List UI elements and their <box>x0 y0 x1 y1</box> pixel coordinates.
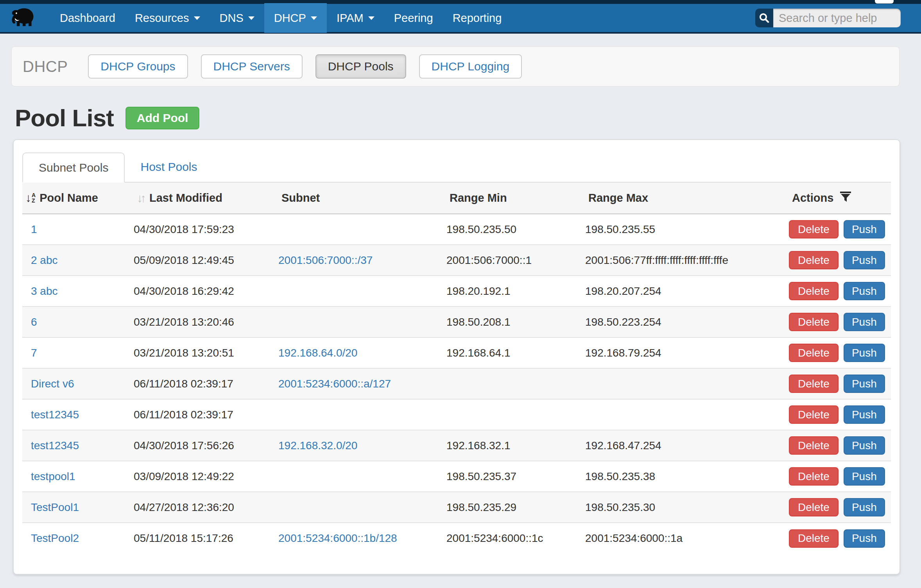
tab-subnet-pools[interactable]: Subnet Pools <box>22 152 125 183</box>
push-button[interactable]: Push <box>844 529 885 548</box>
nav-item-resources[interactable]: Resources <box>125 3 210 33</box>
cell-last-modified: 03/21/2018 13:20:51 <box>134 337 278 368</box>
range-max-value: 2001:5234:6000::1a <box>585 532 683 544</box>
header-pool-name[interactable]: ↓AZ Pool Name <box>22 183 134 214</box>
sort-icon[interactable]: ↓↑ <box>137 192 144 205</box>
subnet-link[interactable]: 2001:5234:6000::a/127 <box>278 378 391 390</box>
delete-button[interactable]: Delete <box>789 375 839 393</box>
push-button[interactable]: Push <box>844 313 885 331</box>
subnav-title: DHCP <box>23 58 68 75</box>
delete-button[interactable]: Delete <box>789 344 839 362</box>
global-search <box>755 9 901 27</box>
cell-pool-name: TestPool1 <box>22 492 134 523</box>
range-min-value: 2001:5234:6000::1c <box>446 532 543 544</box>
subnet-link[interactable]: 2001:5234:6000::1b/128 <box>278 532 397 544</box>
pool-name-link[interactable]: 6 <box>31 316 37 328</box>
cell-last-modified: 06/11/2018 02:39:17 <box>134 368 278 399</box>
delete-button[interactable]: Delete <box>789 529 839 548</box>
pool-name-link[interactable]: 1 <box>31 223 37 235</box>
last-modified-value: 05/09/2018 12:49:45 <box>134 254 234 266</box>
push-button[interactable]: Push <box>844 405 885 424</box>
subnav-button-dhcp-groups[interactable]: DHCP Groups <box>88 54 188 79</box>
range-min-value: 198.50.235.50 <box>446 223 516 235</box>
push-button[interactable]: Push <box>844 220 885 238</box>
delete-button[interactable]: Delete <box>789 498 839 516</box>
search-input[interactable] <box>773 9 901 27</box>
delete-button[interactable]: Delete <box>789 220 839 238</box>
cell-actions: DeletePush <box>789 276 891 307</box>
cell-pool-name: 1 <box>22 214 134 245</box>
subnet-link[interactable]: 192.168.32.0/20 <box>278 439 357 452</box>
add-pool-button[interactable]: Add Pool <box>125 107 200 129</box>
nav-item-dashboard[interactable]: Dashboard <box>50 3 125 33</box>
delete-button[interactable]: Delete <box>789 251 839 269</box>
subnav-button-dhcp-servers[interactable]: DHCP Servers <box>201 54 303 79</box>
header-range-max[interactable]: Range Max <box>585 183 789 214</box>
search-icon[interactable] <box>755 9 773 27</box>
nav-item-reporting[interactable]: Reporting <box>443 3 512 33</box>
last-modified-value: 04/30/2018 17:56:26 <box>134 439 234 452</box>
last-modified-value: 03/21/2018 13:20:46 <box>134 316 234 328</box>
table-row: 3 abc04/30/2018 16:29:42198.20.192.1198.… <box>22 276 891 307</box>
cell-range-min: 192.168.64.1 <box>446 337 585 368</box>
nav-item-dhcp[interactable]: DHCP <box>264 3 327 33</box>
last-modified-value: 06/11/2018 02:39:17 <box>134 378 233 390</box>
cell-range-max: 198.50.235.38 <box>585 461 789 492</box>
push-button[interactable]: Push <box>844 498 885 516</box>
last-modified-value: 06/11/2018 02:39:17 <box>134 409 233 421</box>
sort-alpha-icon[interactable]: ↓AZ <box>25 192 36 204</box>
subnav-button-dhcp-logging[interactable]: DHCP Logging <box>419 54 522 79</box>
range-min-value: 198.50.235.37 <box>446 470 516 482</box>
delete-button[interactable]: Delete <box>789 405 839 424</box>
subnet-link[interactable]: 192.168.64.0/20 <box>278 347 357 359</box>
pool-name-link[interactable]: TestPool1 <box>31 501 79 513</box>
subnet-link[interactable]: 2001:506:7000::/37 <box>278 254 373 266</box>
cell-range-min: 2001:5234:6000::1c <box>446 523 585 554</box>
pool-name-link[interactable]: 2 abc <box>31 254 58 266</box>
pool-name-link[interactable]: test12345 <box>31 409 79 421</box>
header-actions[interactable]: Actions <box>789 183 891 214</box>
cell-actions: DeletePush <box>789 430 891 461</box>
range-max-value: 198.20.207.254 <box>585 285 661 297</box>
nav-item-dns[interactable]: DNS <box>210 3 264 33</box>
delete-button[interactable]: Delete <box>789 313 839 331</box>
cell-subnet <box>278 399 446 430</box>
nav-item-ipam[interactable]: IPAM <box>327 3 384 33</box>
cell-subnet: 192.168.64.0/20 <box>278 337 446 368</box>
push-button[interactable]: Push <box>844 251 885 269</box>
nav-item-label: IPAM <box>337 12 364 25</box>
delete-button[interactable]: Delete <box>789 467 839 486</box>
nav-item-label: Peering <box>394 12 433 25</box>
pool-name-link[interactable]: test12345 <box>31 439 79 452</box>
pool-name-link[interactable]: 3 abc <box>31 285 58 297</box>
nav-item-label: DNS <box>220 12 244 25</box>
table-row: TestPool205/11/2018 15:17:262001:5234:60… <box>22 523 891 554</box>
cell-subnet <box>278 461 446 492</box>
pool-name-link[interactable]: TestPool2 <box>31 532 79 544</box>
nav-item-peering[interactable]: Peering <box>384 3 443 33</box>
range-min-value: 198.50.235.29 <box>446 501 516 513</box>
cell-last-modified: 04/30/2018 16:29:42 <box>134 276 278 307</box>
cell-range-max: 198.20.207.254 <box>585 276 789 307</box>
delete-button[interactable]: Delete <box>789 282 839 300</box>
header-range-min[interactable]: Range Min <box>446 183 585 214</box>
cell-last-modified: 03/21/2018 13:20:46 <box>134 307 278 337</box>
push-button[interactable]: Push <box>844 467 885 486</box>
delete-button[interactable]: Delete <box>789 436 839 455</box>
cell-actions: DeletePush <box>789 492 891 523</box>
push-button[interactable]: Push <box>844 436 885 455</box>
push-button[interactable]: Push <box>844 375 885 393</box>
pool-name-link[interactable]: Direct v6 <box>31 378 74 390</box>
subnav-button-dhcp-pools[interactable]: DHCP Pools <box>315 54 406 79</box>
cell-pool-name: test12345 <box>22 430 134 461</box>
table-row: test1234504/30/2018 17:56:26192.168.32.0… <box>22 430 891 461</box>
range-max-value: 198.50.235.30 <box>585 501 655 513</box>
header-last-modified[interactable]: ↓↑ Last Modified <box>134 183 278 214</box>
push-button[interactable]: Push <box>844 282 885 300</box>
pool-name-link[interactable]: 7 <box>31 347 37 359</box>
pool-name-link[interactable]: testpool1 <box>31 470 75 482</box>
push-button[interactable]: Push <box>844 344 885 362</box>
tab-host-pools[interactable]: Host Pools <box>125 152 213 182</box>
header-subnet[interactable]: Subnet <box>278 183 446 214</box>
filter-icon[interactable] <box>840 191 851 205</box>
